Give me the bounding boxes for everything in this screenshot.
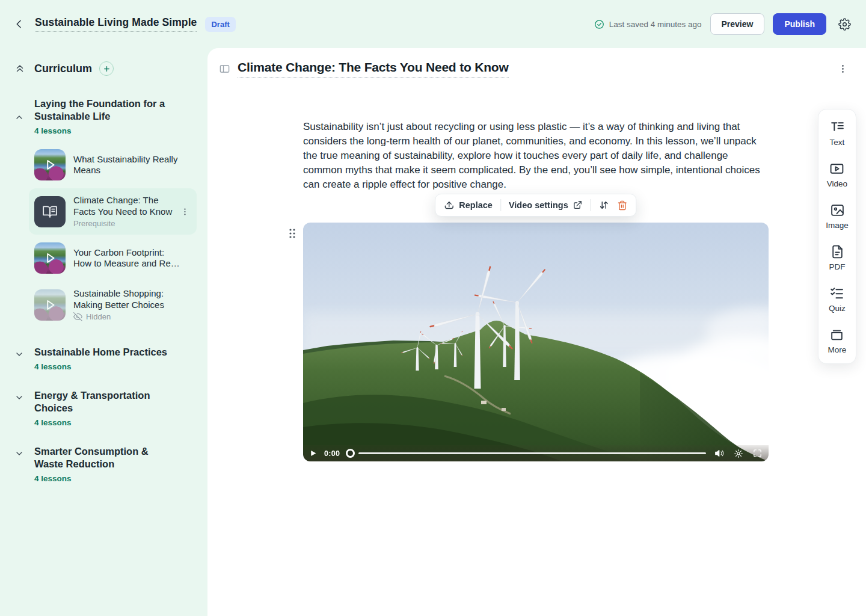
lesson-reading-thumbnail <box>34 196 66 227</box>
saved-status: Last saved 4 minutes ago <box>594 19 702 29</box>
add-text-button[interactable]: Text <box>830 120 845 147</box>
topbar-actions: Last saved 4 minutes ago Preview Publish <box>594 13 854 35</box>
sort-arrows-icon <box>599 200 610 211</box>
lesson-item[interactable]: What Sustainability Really Means <box>29 143 197 187</box>
add-pdf-button[interactable]: PDF <box>829 244 846 271</box>
fullscreen-button[interactable] <box>752 448 763 458</box>
replace-button[interactable]: Replace <box>444 200 493 211</box>
lesson-item-selected[interactable]: Climate Change: The Facts You Need to Kn… <box>29 188 197 235</box>
gear-icon <box>838 18 851 31</box>
video-current-time: 0:00 <box>324 449 340 458</box>
lesson-menu-button[interactable] <box>178 205 192 218</box>
lesson-text: What Sustainability Really Means <box>73 154 180 176</box>
chevron-down-icon[interactable] <box>14 350 25 371</box>
video-progress-bar[interactable] <box>358 452 706 454</box>
play-button[interactable] <box>309 449 317 457</box>
panel-item-label: Video <box>827 179 847 188</box>
plus-icon <box>103 65 111 73</box>
toolbar-divider <box>591 199 591 211</box>
lesson-item[interactable]: Your Carbon Footprint: How to Measure an… <box>29 236 197 280</box>
add-video-button[interactable]: Video <box>827 161 847 188</box>
block-drag-handle[interactable] <box>287 226 298 241</box>
section-lesson-count: 4 lessons <box>34 362 167 371</box>
video-controls-right <box>714 448 763 458</box>
settings-button[interactable] <box>835 14 854 34</box>
panel-item-label: Quiz <box>829 304 846 313</box>
add-more-button[interactable]: More <box>828 327 847 354</box>
publish-button[interactable]: Publish <box>773 13 826 35</box>
video-scrubber-knob[interactable] <box>346 449 355 458</box>
section-header[interactable]: Energy & Transportation Choices 4 lesson… <box>0 389 207 427</box>
quiz-checklist-icon <box>829 286 844 301</box>
curriculum-section: Laying the Foundation for a Sustainable … <box>0 97 207 328</box>
play-overlay-icon <box>34 289 66 321</box>
section-lesson-count: 4 lessons <box>34 474 179 483</box>
play-overlay-icon <box>34 242 66 274</box>
gear-icon <box>734 449 743 458</box>
replace-label: Replace <box>459 200 493 210</box>
add-section-button[interactable] <box>99 61 114 76</box>
volume-icon <box>714 448 725 458</box>
image-icon <box>830 203 845 218</box>
video-player[interactable]: 0:00 <box>303 223 769 461</box>
chevron-down-icon[interactable] <box>14 449 25 483</box>
lesson-options-button[interactable] <box>835 61 850 76</box>
section-lesson-count: 4 lessons <box>34 126 179 135</box>
lesson-title: Your Carbon Footprint: How to Measure an… <box>73 247 180 270</box>
volume-button[interactable] <box>714 448 725 458</box>
chevron-down-icon[interactable] <box>14 393 25 427</box>
pdf-file-icon <box>830 244 845 259</box>
video-icon <box>829 161 844 176</box>
lesson-title: Climate Change: The Facts You Need to Kn… <box>73 195 180 217</box>
section-text: Smarter Consumption & Waste Reduction 4 … <box>34 445 179 483</box>
hidden-label: Hidden <box>86 312 111 321</box>
reorder-button[interactable] <box>599 200 610 211</box>
status-badge: Draft <box>205 17 235 32</box>
section-title: Energy & Transportation Choices <box>34 389 179 414</box>
lesson-item-hidden[interactable]: Sustainable Shopping: Making Better Choi… <box>29 282 197 328</box>
video-frame-image <box>303 223 769 461</box>
add-image-button[interactable]: Image <box>826 203 849 230</box>
curriculum-section: Smarter Consumption & Waste Reduction 4 … <box>0 445 207 483</box>
external-link-icon <box>573 200 583 210</box>
text-icon <box>830 120 845 135</box>
section-header[interactable]: Laying the Foundation for a Sustainable … <box>0 97 207 135</box>
curriculum-title: Curriculum <box>34 63 92 75</box>
section-title: Smarter Consumption & Waste Reduction <box>34 445 179 470</box>
topbar: Sustainable Living Made Simple Draft Las… <box>0 0 866 48</box>
collapse-all-button[interactable] <box>14 63 25 74</box>
section-text: Laying the Foundation for a Sustainable … <box>34 97 179 135</box>
video-block-toolbar: Replace Video settings <box>435 194 636 217</box>
curriculum-sidebar: Curriculum Laying the Foundation for a S… <box>0 48 207 616</box>
lesson-video-thumbnail <box>34 242 66 274</box>
add-content-panel: Text Video Image PDF Quiz More <box>818 109 856 364</box>
more-archive-icon <box>829 327 844 342</box>
lesson-subtitle: Hidden <box>73 312 180 321</box>
lesson-title: What Sustainability Really Means <box>73 154 180 176</box>
lesson-video-thumbnail <box>34 289 66 321</box>
lesson-body-text[interactable]: Sustainability isn’t just about recyclin… <box>303 120 769 192</box>
section-header[interactable]: Sustainable Home Practices 4 lessons <box>0 346 207 371</box>
video-controls-bar: 0:00 <box>303 445 769 461</box>
add-quiz-button[interactable]: Quiz <box>829 286 846 313</box>
kebab-icon <box>180 207 189 216</box>
panel-icon <box>219 63 230 75</box>
eye-off-icon <box>73 312 82 321</box>
section-title: Sustainable Home Practices <box>34 346 167 359</box>
fullscreen-icon <box>752 448 763 458</box>
lesson-list: What Sustainability Really Means Climate… <box>0 143 207 328</box>
lesson-video-thumbnail <box>34 149 66 180</box>
sidebar-toggle-button[interactable] <box>218 62 232 76</box>
preview-button[interactable]: Preview <box>710 13 765 35</box>
video-settings-label: Video settings <box>509 200 568 210</box>
trash-icon <box>618 200 628 211</box>
back-button[interactable] <box>11 16 28 32</box>
course-title[interactable]: Sustainable Living Made Simple <box>35 16 197 32</box>
lesson-text: Climate Change: The Facts You Need to Kn… <box>73 195 180 228</box>
section-header[interactable]: Smarter Consumption & Waste Reduction 4 … <box>0 445 207 483</box>
player-settings-button[interactable] <box>734 449 743 458</box>
chevron-up-icon[interactable] <box>14 99 25 135</box>
video-settings-button[interactable]: Video settings <box>509 200 583 210</box>
section-text: Sustainable Home Practices 4 lessons <box>34 346 167 371</box>
delete-block-button[interactable] <box>618 200 628 211</box>
